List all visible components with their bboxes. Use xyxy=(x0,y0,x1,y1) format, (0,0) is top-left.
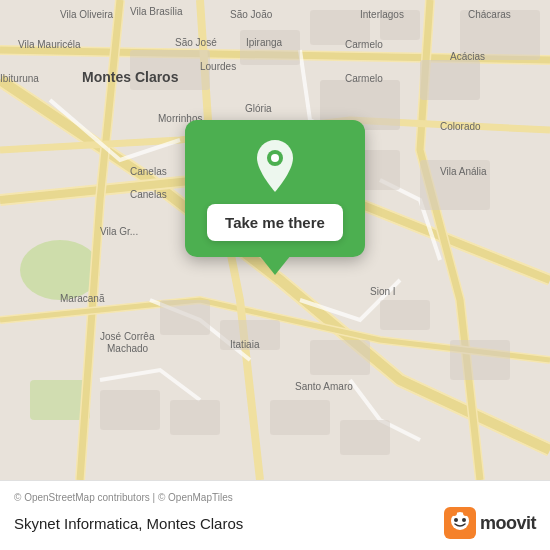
svg-point-50 xyxy=(271,154,279,162)
svg-rect-19 xyxy=(170,400,220,435)
svg-text:Ibituruna: Ibituruna xyxy=(0,73,39,84)
svg-text:São José: São José xyxy=(175,37,217,48)
svg-text:Chácaras: Chácaras xyxy=(468,9,511,20)
moovit-logo: moovit xyxy=(444,507,536,539)
svg-point-54 xyxy=(462,518,466,522)
svg-rect-15 xyxy=(310,340,370,375)
svg-text:Lourdes: Lourdes xyxy=(200,61,236,72)
svg-text:Ipiranga: Ipiranga xyxy=(246,37,283,48)
svg-point-56 xyxy=(463,510,469,516)
moovit-brand-text: moovit xyxy=(480,513,536,534)
svg-rect-13 xyxy=(160,300,210,335)
svg-text:Machado: Machado xyxy=(107,343,149,354)
svg-text:Vila Brasília: Vila Brasília xyxy=(130,6,183,17)
svg-rect-5 xyxy=(420,60,480,100)
svg-text:Canelas: Canelas xyxy=(130,166,167,177)
svg-text:Sion I: Sion I xyxy=(370,286,396,297)
location-popup: Take me there xyxy=(185,120,365,257)
svg-rect-21 xyxy=(340,420,390,455)
svg-point-55 xyxy=(451,510,457,516)
location-row: Skynet Informatica, Montes Claros moovit xyxy=(14,507,536,539)
moovit-face-icon xyxy=(444,507,476,539)
map-attribution: © OpenStreetMap contributors | © OpenMap… xyxy=(14,492,536,503)
svg-text:Vila Anália: Vila Anália xyxy=(440,166,487,177)
svg-text:Maracanã: Maracanã xyxy=(60,293,105,304)
pin-icon xyxy=(253,140,297,192)
bottom-bar: © OpenStreetMap contributors | © OpenMap… xyxy=(0,480,550,550)
location-name: Skynet Informatica, Montes Claros xyxy=(14,515,243,532)
svg-text:Canelas: Canelas xyxy=(130,189,167,200)
svg-text:Vila Gr...: Vila Gr... xyxy=(100,226,138,237)
svg-rect-18 xyxy=(100,390,160,430)
svg-text:São João: São João xyxy=(230,9,273,20)
svg-text:José Corrêa: José Corrêa xyxy=(100,331,155,342)
svg-text:Interlagos: Interlagos xyxy=(360,9,404,20)
svg-rect-17 xyxy=(450,340,510,380)
svg-point-53 xyxy=(454,518,458,522)
svg-rect-16 xyxy=(380,300,430,330)
svg-text:Carmelo: Carmelo xyxy=(345,39,383,50)
svg-text:Santo Amaro: Santo Amaro xyxy=(295,381,353,392)
svg-point-2 xyxy=(20,240,100,300)
svg-text:Itatiaia: Itatiaia xyxy=(230,339,260,350)
map-container: Vila Oliveira Vila Brasília São João Int… xyxy=(0,0,550,480)
svg-rect-20 xyxy=(270,400,330,435)
svg-text:Montes Claros: Montes Claros xyxy=(82,69,179,85)
svg-text:Carmelo: Carmelo xyxy=(345,73,383,84)
svg-text:Vila Mauricéla: Vila Mauricéla xyxy=(18,39,81,50)
take-me-there-button[interactable]: Take me there xyxy=(207,204,343,241)
svg-text:Acácias: Acácias xyxy=(450,51,485,62)
svg-text:Vila Oliveira: Vila Oliveira xyxy=(60,9,114,20)
svg-text:Colorado: Colorado xyxy=(440,121,481,132)
svg-text:Glória: Glória xyxy=(245,103,272,114)
